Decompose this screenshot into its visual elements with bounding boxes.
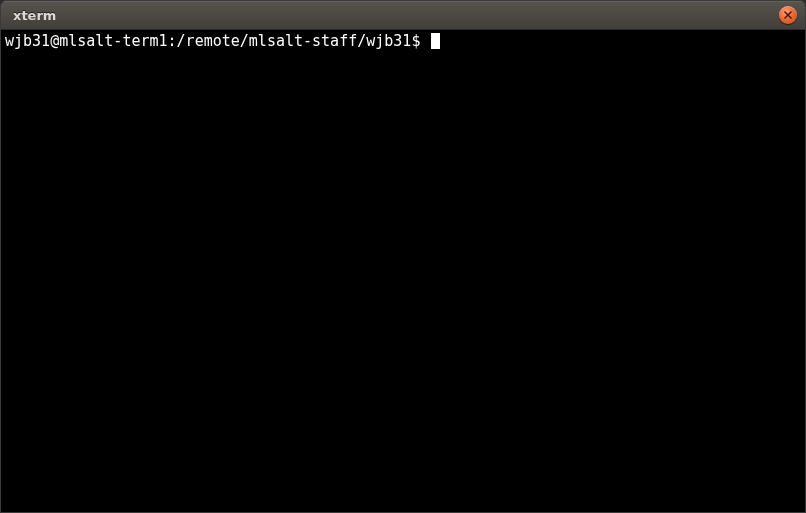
titlebar[interactable]: xterm	[1, 1, 805, 30]
close-button[interactable]	[779, 6, 797, 24]
terminal-window: xterm wjb31@mlsalt-term1:/remote/mlsalt-…	[0, 0, 806, 513]
window-controls	[779, 6, 797, 24]
text-cursor	[431, 33, 440, 49]
shell-prompt: wjb31@mlsalt-term1:/remote/mlsalt-staff/…	[5, 32, 429, 50]
close-icon	[784, 11, 792, 19]
window-title: xterm	[13, 8, 56, 23]
terminal-area[interactable]: wjb31@mlsalt-term1:/remote/mlsalt-staff/…	[1, 30, 805, 512]
